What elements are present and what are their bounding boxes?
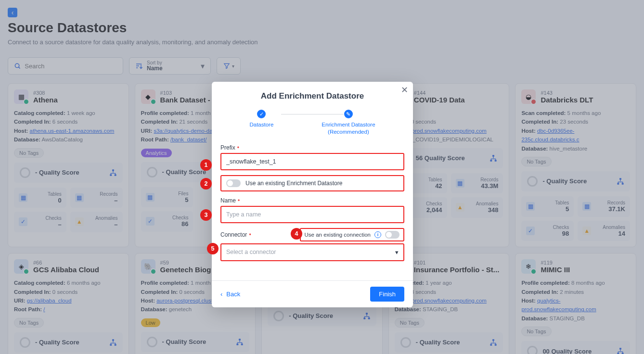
step-datastore[interactable]: ✓ Datastore (249, 110, 273, 136)
toggle-switch[interactable] (385, 231, 399, 239)
modal-title: Add Enrichment Datastore (212, 82, 413, 107)
prefix-input[interactable] (220, 153, 404, 170)
callout-3: 3 (200, 209, 212, 221)
finish-button[interactable]: Finish (370, 287, 404, 302)
pencil-icon: ✎ (344, 110, 353, 118)
check-icon: ✓ (257, 110, 266, 118)
chevron-left-icon: ‹ (220, 291, 222, 298)
use-existing-datastore-toggle-row[interactable]: Use an existing Enrichment Datastore (220, 175, 404, 191)
callout-5: 5 (207, 243, 219, 254)
step-connector-line (281, 114, 344, 114)
connector-select[interactable]: Select a connector ▾ (220, 243, 404, 261)
callout-1: 1 (200, 159, 212, 171)
connector-label: Connector• (220, 231, 251, 238)
back-button[interactable]: ‹ Back (220, 291, 240, 298)
name-label: Name• (220, 197, 404, 204)
prefix-label: Prefix• (220, 144, 404, 151)
callout-4: 4 (291, 228, 302, 240)
add-enrichment-datastore-modal: ✕ Add Enrichment Datastore ✓ Datastore ✎… (212, 82, 413, 307)
chevron-down-icon: ▾ (395, 249, 399, 256)
info-icon: i (374, 231, 381, 238)
callout-2: 2 (200, 178, 212, 190)
name-input[interactable] (220, 206, 404, 223)
toggle-switch[interactable] (226, 179, 241, 187)
use-existing-connection-toggle-row[interactable]: Use an existing connection i (300, 228, 404, 241)
close-button[interactable]: ✕ (401, 86, 408, 94)
